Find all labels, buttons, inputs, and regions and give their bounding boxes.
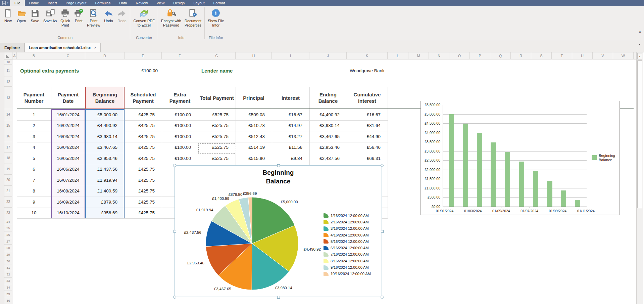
row-header-26[interactable]: 26 [4,231,12,238]
cell-B18[interactable]: 5 [17,153,51,164]
legend-item[interactable]: 6/16/2024 12:00:00 AM [324,245,371,251]
cell-K14[interactable]: £16.67 [347,109,388,120]
column-header-O[interactable]: O [449,52,470,59]
menu-data[interactable]: Data [115,0,131,6]
row-header-22[interactable]: 22 [4,197,12,208]
cell-C18[interactable]: 16/05/2024 [51,153,85,164]
cell-C22[interactable]: 16/09/2024 [51,197,85,208]
row-header-13[interactable]: 13 [4,87,12,109]
column-header-Q[interactable]: Q [490,52,511,59]
chart-selection-handle[interactable] [174,230,176,233]
column-header-K[interactable]: K [347,52,388,59]
cell-G18[interactable]: £525.75 [198,153,236,164]
tab-explorer[interactable]: Explorer [0,43,24,52]
cell-H18[interactable]: £515.90 [236,153,272,164]
cell-E19[interactable]: £425.75 [125,164,162,175]
cell-C15[interactable]: 16/02/2024 [51,120,85,131]
bar-8[interactable] [547,181,552,207]
cell-H16[interactable]: £512.48 [236,131,272,142]
row-header-12[interactable]: 12 [4,77,12,87]
cell-H15[interactable]: £510.78 [236,120,272,131]
table-header-E13[interactable]: Scheduled Payment [125,87,161,109]
column-header-E[interactable]: E [125,52,162,59]
menu-view[interactable]: View [152,0,169,6]
cell-E16[interactable]: £425.75 [125,131,162,142]
cell-E22[interactable]: £425.75 [125,197,162,208]
legend-item[interactable]: 1/16/2024 12:00:00 AM [324,212,371,219]
cell-E21[interactable]: £425.75 [125,186,162,197]
cell-J14[interactable]: £4,490.92 [309,109,347,120]
menu-insert[interactable]: Insert [43,0,61,6]
row-header-28[interactable]: 28 [4,245,12,251]
cell-F18[interactable]: £100.00 [162,153,198,164]
table-header-C13[interactable]: Payment Date [52,87,85,109]
column-header-W[interactable]: W [613,52,634,59]
table-header-I13[interactable]: Interest [273,87,309,109]
select-all-corner[interactable] [4,52,12,59]
column-header-N[interactable]: N [429,52,449,59]
cell-J18[interactable]: £2,437.56 [309,153,347,164]
row-header-30[interactable]: 30 [4,258,12,265]
collapse-ribbon-icon[interactable]: ∧ [639,30,641,34]
chart-selection-handle[interactable] [173,296,176,299]
cell-B20[interactable]: 7 [17,175,51,186]
row-header-21[interactable]: 21 [4,186,12,197]
column-header-T[interactable]: T [552,52,572,59]
cell-B16[interactable]: 3 [17,131,51,142]
bar-10[interactable] [575,200,580,207]
cell-B14[interactable]: 1 [17,109,51,120]
cell-G15[interactable]: £525.75 [198,120,236,131]
column-header-I[interactable]: I [272,52,309,59]
tab-list-dropdown-icon[interactable]: ▼ [638,43,641,46]
cell-H17[interactable]: £514.19 [236,142,272,153]
menu-layout[interactable]: Layout [189,0,209,6]
legend-item[interactable]: 5/16/2024 12:00:00 AM [324,238,371,245]
cell-D21[interactable]: £1,400.59 [85,186,125,197]
bar-7[interactable] [533,171,538,207]
column-header-A[interactable]: A [12,52,17,59]
legend-item[interactable]: 4/16/2024 12:00:00 AM [324,232,371,238]
table-header-B13[interactable]: Payment Number [17,87,50,109]
legend-item[interactable]: 2/16/2024 12:00:00 AM [324,219,371,225]
cell-F16[interactable]: £100.00 [162,131,198,142]
row-header-29[interactable]: 29 [4,251,12,258]
chart-selection-handle[interactable] [277,296,280,299]
column-header-R[interactable]: R [511,52,531,59]
print-button[interactable]: ?Print [72,7,85,23]
row-header-31[interactable]: 31 [4,264,12,271]
cell-K18[interactable]: £66.31 [347,153,388,164]
menu-design[interactable]: Design [169,0,189,6]
cell-C19[interactable]: 16/06/2024 [51,164,85,175]
chart-selection-handle[interactable] [381,296,384,299]
bar-1[interactable] [449,114,454,207]
row-header-33[interactable]: 33 [4,278,12,285]
row-header-35[interactable]: 35 [4,291,12,298]
cell-K15[interactable]: £31.64 [347,120,388,131]
cell-G14[interactable]: £525.75 [198,109,236,120]
cell-F17[interactable]: £100.00 [162,142,198,153]
document-properties-button[interactable]: Document Properties [183,7,203,28]
cell-B17[interactable]: 4 [17,142,51,153]
table-header-K13[interactable]: Cumulative Interest [347,87,387,109]
cell-E23[interactable]: £425.75 [125,208,162,219]
column-header-P[interactable]: P [470,52,490,59]
row-header-25[interactable]: 25 [4,225,12,232]
cell-F15[interactable]: £100.00 [162,120,198,131]
cell-F14[interactable]: £100.00 [162,109,198,120]
column-header-F[interactable]: F [162,52,198,59]
cell-D15[interactable]: £4,490.92 [85,120,125,131]
table-header-J13[interactable]: Ending Balance [310,87,346,109]
row-header-14[interactable]: 14 [4,109,12,120]
row-header-32[interactable]: 32 [4,271,12,278]
row-header-10[interactable]: 10 [4,59,12,65]
cell-E17[interactable]: £425.75 [125,142,162,153]
cell-G16[interactable]: £525.75 [198,131,236,142]
cell-I17[interactable]: £11.56 [272,142,309,153]
cell-E14[interactable]: £425.75 [125,109,162,120]
chart-selection-handle[interactable] [173,164,176,167]
cell-D17[interactable]: £3,467.65 [85,142,125,153]
cell-D20[interactable]: £1,919.94 [85,175,125,186]
show-file-infor-button[interactable]: iShow File Infor [206,7,226,28]
column-header-D[interactable]: D [85,52,125,59]
menu-file[interactable]: File [10,0,25,6]
